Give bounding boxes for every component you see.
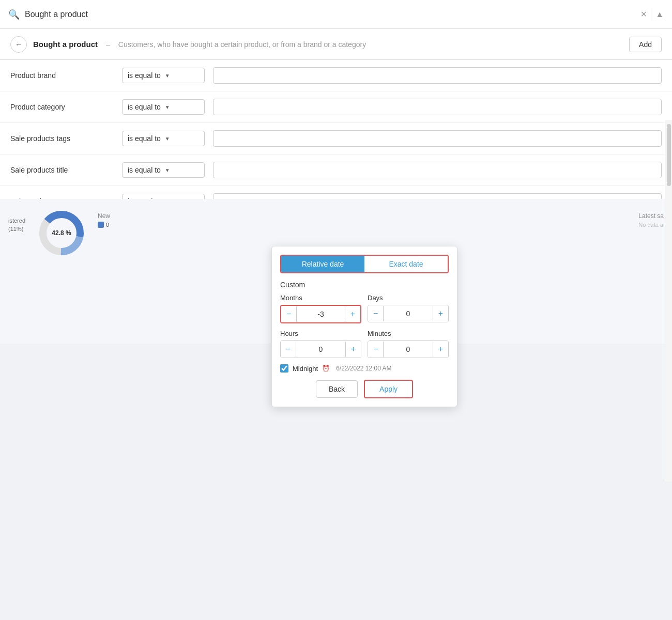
- add-button[interactable]: Add: [629, 37, 662, 52]
- header-title: Bought a product: [33, 40, 98, 49]
- steppers-grid: Months − -3 + Days − 0 + Hours: [280, 294, 449, 358]
- filter-label-3: Sale products title: [10, 166, 114, 174]
- header-dash: –: [106, 40, 110, 49]
- filter-label-0: Product brand: [10, 71, 114, 80]
- latest-sa-area: Latest sa No data a: [638, 207, 664, 228]
- date-type-tabs: Relative date Exact date: [280, 255, 449, 273]
- filter-label-1: Product category: [10, 103, 114, 111]
- search-icon: 🔍: [8, 9, 20, 20]
- days-stepper-group: Days − 0 +: [368, 294, 449, 323]
- months-decrement-button[interactable]: −: [281, 306, 296, 322]
- popup-actions: Back Apply: [280, 380, 449, 398]
- days-increment-button[interactable]: +: [433, 305, 448, 322]
- minutes-increment-button[interactable]: +: [433, 341, 448, 358]
- months-stepper: − -3 +: [280, 305, 361, 323]
- days-stepper: − 0 +: [368, 305, 449, 322]
- chevron-up-icon[interactable]: ▲: [655, 10, 664, 19]
- filter-value-input-2[interactable]: [213, 130, 662, 147]
- months-value: -3: [296, 306, 345, 322]
- filter-operator-select-3[interactable]: is equal to ▼: [122, 162, 205, 178]
- minutes-stepper-group: Minutes − 0 +: [368, 330, 449, 358]
- relative-date-tab[interactable]: Relative date: [281, 256, 364, 272]
- back-action-button[interactable]: Back: [316, 380, 358, 398]
- scrollbar-thumb[interactable]: [667, 124, 671, 186]
- midnight-checkbox[interactable]: [280, 364, 288, 373]
- midnight-time: 6/22/2022 12:00 AM: [336, 365, 391, 372]
- months-label: Months: [280, 294, 361, 302]
- minutes-decrement-button[interactable]: −: [368, 341, 383, 358]
- exact-date-tab[interactable]: Exact date: [364, 256, 448, 272]
- clock-icon: ⏰: [322, 365, 330, 372]
- hours-stepper-group: Hours − 0 +: [280, 330, 361, 358]
- scrollbar[interactable]: [665, 120, 672, 482]
- filter-value-input-1[interactable]: [213, 99, 662, 115]
- filter-row-2: Sale products tags is equal to ▼: [0, 123, 672, 154]
- hours-value: 0: [296, 342, 345, 357]
- back-button[interactable]: ←: [10, 36, 27, 53]
- search-text: Bought a product: [25, 10, 635, 19]
- dropdown-arrow-icon-2: ▼: [165, 136, 170, 142]
- minutes-value: 0: [383, 342, 433, 357]
- days-decrement-button[interactable]: −: [368, 305, 383, 322]
- relative-date-popup: Relative date Exact date Custom Months −…: [271, 246, 457, 407]
- side-numbers: istered (11%): [8, 207, 25, 232]
- midnight-row: Midnight ⏰ 6/22/2022 12:00 AM: [280, 364, 449, 373]
- main-content: Product brand is equal to ▼ Product cate…: [0, 60, 672, 344]
- filter-row-1: Product category is equal to ▼: [0, 91, 672, 123]
- header-bar: ← Bought a product – Customers, who have…: [0, 29, 672, 60]
- divider: [651, 8, 651, 21]
- filter-value-input-3[interactable]: [213, 162, 662, 178]
- filter-label-2: Sale products tags: [10, 134, 114, 143]
- custom-label: Custom: [280, 281, 449, 289]
- minutes-stepper: − 0 +: [368, 340, 449, 358]
- midnight-label: Midnight: [293, 365, 318, 373]
- donut-chart: 42.8 %: [36, 207, 87, 259]
- hours-label: Hours: [280, 330, 361, 337]
- close-icon[interactable]: ×: [640, 8, 647, 20]
- filter-value-input-0[interactable]: [213, 67, 662, 84]
- dropdown-arrow-icon-0: ▼: [165, 73, 170, 79]
- dropdown-arrow-icon-3: ▼: [165, 167, 170, 173]
- header-description: Customers, who have bought a certain pro…: [118, 40, 366, 49]
- hours-stepper: − 0 +: [280, 340, 361, 358]
- days-label: Days: [368, 294, 449, 302]
- minutes-label: Minutes: [368, 330, 449, 337]
- filter-row-3: Sale products title is equal to ▼: [0, 154, 672, 186]
- filter-operator-select-2[interactable]: is equal to ▼: [122, 131, 205, 146]
- filter-operator-select-1[interactable]: is equal to ▼: [122, 99, 205, 115]
- new-label-area: New 0: [98, 207, 110, 228]
- search-bar: 🔍 Bought a product × ▲: [0, 0, 672, 29]
- filter-rows: Product brand is equal to ▼ Product cate…: [0, 60, 672, 218]
- hours-decrement-button[interactable]: −: [281, 341, 296, 358]
- hours-increment-button[interactable]: +: [346, 341, 361, 358]
- apply-button[interactable]: Apply: [364, 380, 413, 398]
- dropdown-arrow-icon-1: ▼: [165, 104, 170, 110]
- search-actions: × ▲: [640, 8, 664, 21]
- donut-text: 42.8 %: [52, 229, 71, 237]
- filter-operator-select-0[interactable]: is equal to ▼: [122, 68, 205, 83]
- days-value: 0: [383, 306, 433, 321]
- filter-row-0: Product brand is equal to ▼: [0, 60, 672, 91]
- months-stepper-group: Months − -3 +: [280, 294, 361, 323]
- months-increment-button[interactable]: +: [345, 306, 360, 322]
